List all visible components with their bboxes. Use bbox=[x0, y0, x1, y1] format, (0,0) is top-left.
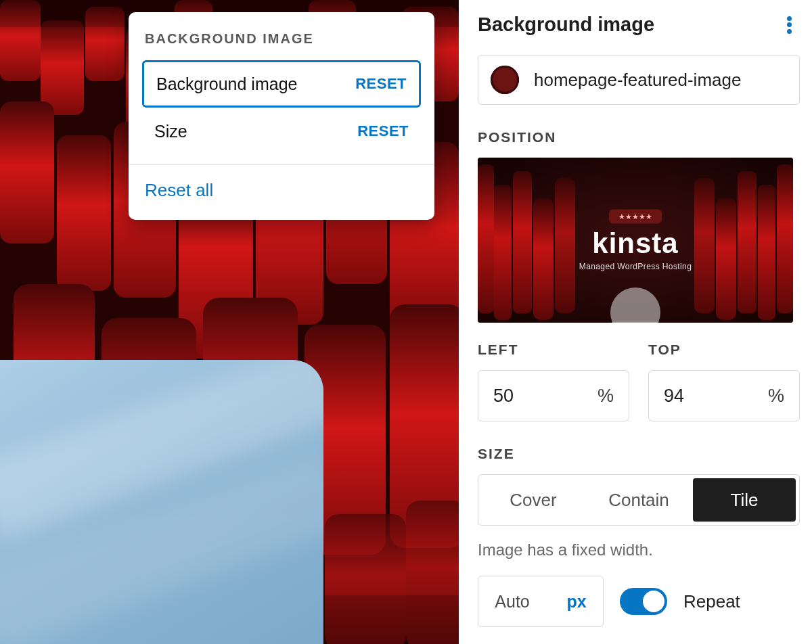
position-section-label: POSITION bbox=[478, 129, 800, 145]
left-input[interactable]: 50 % bbox=[478, 370, 629, 421]
unit-percent: % bbox=[597, 386, 614, 407]
more-options-icon[interactable] bbox=[778, 14, 800, 36]
left-label: LEFT bbox=[478, 342, 629, 358]
popover-row-label: Background image bbox=[156, 74, 297, 94]
preview-logo-text: kinsta bbox=[478, 229, 793, 258]
unit-percent: % bbox=[768, 386, 784, 407]
divider bbox=[129, 164, 434, 165]
size-segmented-control: Cover Contain Tile bbox=[478, 474, 800, 526]
toggle-knob bbox=[643, 591, 664, 612]
fixed-width-hint: Image has a fixed width. bbox=[478, 540, 800, 559]
width-unit-auto[interactable]: Auto bbox=[495, 592, 529, 612]
preview-overlay-text: ★★★★★ kinsta Managed WordPress Hosting bbox=[478, 210, 793, 271]
popover-row-background-image[interactable]: Background image RESET bbox=[142, 60, 421, 108]
width-unit-px[interactable]: px bbox=[566, 592, 586, 612]
reset-button[interactable]: RESET bbox=[357, 122, 409, 140]
width-unit-toggle[interactable]: Auto px bbox=[478, 576, 604, 627]
svg-rect-2 bbox=[41, 20, 84, 115]
image-filename: homepage-featured-image bbox=[534, 70, 741, 91]
reset-button[interactable]: RESET bbox=[355, 75, 407, 93]
svg-rect-11 bbox=[0, 101, 54, 244]
image-thumbnail bbox=[491, 66, 519, 94]
image-picker-field[interactable]: homepage-featured-image bbox=[478, 55, 800, 105]
sidebar-title: Background image bbox=[478, 14, 654, 36]
background-tools-popover: BACKGROUND IMAGE Background image RESET … bbox=[129, 12, 434, 220]
popover-heading: BACKGROUND IMAGE bbox=[145, 31, 421, 47]
popover-row-size[interactable]: Size RESET bbox=[142, 108, 421, 155]
editor-canvas: BACKGROUND IMAGE Background image RESET … bbox=[0, 0, 459, 644]
top-input[interactable]: 94 % bbox=[648, 370, 800, 421]
reset-all-button[interactable]: Reset all bbox=[142, 170, 421, 204]
focal-point-picker[interactable]: ★★★★★ kinsta Managed WordPress Hosting bbox=[478, 158, 793, 323]
svg-rect-12 bbox=[57, 135, 111, 291]
size-option-contain[interactable]: Contain bbox=[587, 478, 690, 522]
repeat-label: Repeat bbox=[683, 591, 740, 612]
repeat-toggle[interactable] bbox=[620, 588, 667, 615]
settings-sidebar: Background image homepage-featured-image… bbox=[459, 0, 812, 644]
top-value: 94 bbox=[664, 386, 684, 407]
top-label: TOP bbox=[648, 342, 800, 358]
foreground-sky-block bbox=[0, 360, 323, 644]
preview-subtitle: Managed WordPress Hosting bbox=[478, 262, 793, 271]
size-section-label: SIZE bbox=[478, 446, 800, 462]
size-option-cover[interactable]: Cover bbox=[482, 478, 585, 522]
popover-row-label: Size bbox=[154, 122, 187, 141]
preview-badge: ★★★★★ bbox=[609, 210, 662, 224]
size-option-tile[interactable]: Tile bbox=[693, 478, 796, 522]
left-value: 50 bbox=[493, 386, 514, 407]
